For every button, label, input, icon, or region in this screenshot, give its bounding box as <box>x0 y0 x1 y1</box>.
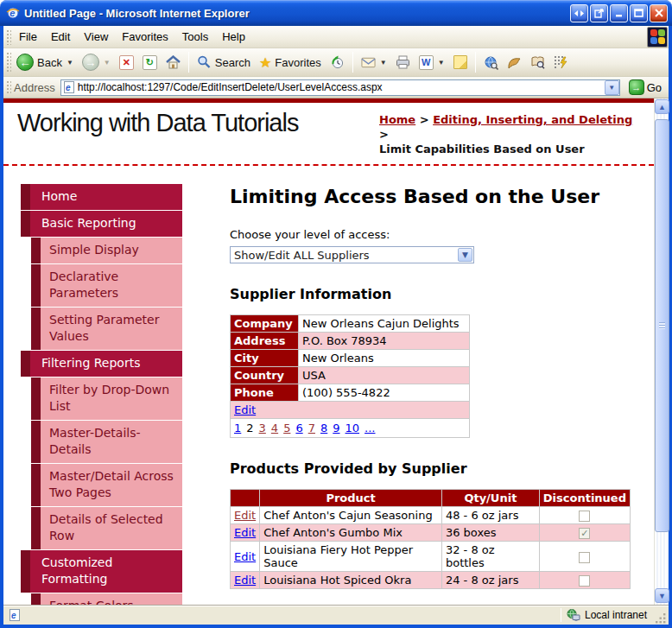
edit-with-word-button[interactable]: W ▼ <box>415 54 449 72</box>
sidebar-item-simple-display[interactable]: Simple Display <box>31 238 182 263</box>
discontinued-checkbox <box>579 511 590 522</box>
stop-button[interactable]: ✕ <box>115 54 138 72</box>
supplier-phone-value: (100) 555-4822 <box>299 384 470 402</box>
close-button[interactable] <box>650 4 668 22</box>
product-edit-link[interactable]: Edit <box>234 509 256 522</box>
pager-page-9[interactable]: 9 <box>333 422 339 435</box>
pager-page-3[interactable]: 3 <box>259 422 266 435</box>
products-section-heading: Products Provided by Supplier <box>230 460 648 477</box>
pager-page-10[interactable]: 10 <box>346 422 360 435</box>
supplier-company-value: New Orleans Cajun Delights <box>299 315 470 333</box>
research-button[interactable] <box>479 54 503 72</box>
window-popout-button[interactable] <box>590 4 608 22</box>
supplier-edit-link[interactable]: Edit <box>234 403 256 416</box>
sidebar-item-master-detail-across-two-pages[interactable]: Master/Detail Across Two Pages <box>31 464 182 506</box>
back-dropdown-icon[interactable]: ▼ <box>67 59 73 67</box>
column-product: Product <box>260 490 442 507</box>
history-button[interactable] <box>326 54 349 72</box>
access-level-label: Choose your level of access: <box>230 228 648 241</box>
table-row: Address P.O. Box 78934 <box>231 333 470 350</box>
messenger-button[interactable] <box>503 54 526 72</box>
product-edit-link[interactable]: Edit <box>234 526 256 539</box>
pager-page-4[interactable]: 4 <box>271 422 278 435</box>
address-dropdown-button[interactable]: ▼ <box>605 80 619 95</box>
vertical-scrollbar[interactable]: ▲ ▼ <box>654 98 669 605</box>
product-edit-link[interactable]: Edit <box>234 574 256 587</box>
breadcrumb-home-link[interactable]: Home <box>379 113 415 126</box>
sidebar-item-basic-reporting[interactable]: Basic Reporting <box>21 211 182 237</box>
pager-page-5[interactable]: 5 <box>283 422 290 435</box>
sidebar-item-customized-formatting[interactable]: Customized Formatting <box>21 550 182 593</box>
menu-file[interactable]: File <box>12 27 44 47</box>
mail-button[interactable]: ▼ <box>357 54 391 72</box>
standard-toolbar: ← Back ▼ → ▼ ✕ ↻ Search ★ Favorites <box>3 48 669 77</box>
maximize-button[interactable] <box>630 4 648 22</box>
supplier-details-table: Company New Orleans Cajun Delights Addre… <box>230 314 470 438</box>
sidebar-item-format-colors[interactable]: Format Colors <box>31 593 182 605</box>
resize-grip-icon[interactable] <box>656 613 667 625</box>
toolbar-grip[interactable] <box>5 29 11 45</box>
print-button[interactable] <box>391 54 415 72</box>
breadcrumb-current-page: Limit Capabilities Based on User <box>379 143 585 155</box>
note-button[interactable] <box>449 54 472 71</box>
intranet-zone-icon <box>567 608 581 623</box>
page-ie-icon: e <box>63 81 76 94</box>
menu-tools[interactable]: Tools <box>175 27 215 47</box>
refresh-button[interactable]: ↻ <box>138 54 162 72</box>
discontinued-checkbox <box>579 575 590 587</box>
window-resize-button[interactable] <box>570 4 588 22</box>
toolbar-grip[interactable] <box>5 79 11 95</box>
forward-dropdown-icon[interactable]: ▼ <box>104 59 111 67</box>
pager-page-7[interactable]: 7 <box>308 422 315 435</box>
column-qty-unit: Qty/Unit <box>441 490 539 507</box>
sidebar-item-filter-by-dropdown-list[interactable]: Filter by Drop-Down List <box>31 377 182 420</box>
sidebar-item-home[interactable]: Home <box>21 184 182 210</box>
edit-dropdown-icon[interactable]: ▼ <box>438 59 445 67</box>
toolbar-grip[interactable] <box>5 51 11 73</box>
sidebar-item-master-details-details[interactable]: Master-Details-Details <box>31 421 182 463</box>
breadcrumb-section-link[interactable]: Editing, Inserting, and Deleting <box>433 113 632 126</box>
mail-dropdown-icon[interactable]: ▼ <box>380 59 387 67</box>
menu-edit[interactable]: Edit <box>44 27 77 47</box>
sidebar-item-declarative-parameters[interactable]: Declarative Parameters <box>31 264 182 307</box>
scrollbar-thumb[interactable] <box>655 119 669 532</box>
access-level-dropdown[interactable]: Show/Edit ALL Suppliers ▼ <box>230 246 474 263</box>
chevron-down-icon[interactable]: ▼ <box>458 248 472 262</box>
book-search-button[interactable] <box>526 54 549 72</box>
discontinued-checkbox <box>579 552 590 563</box>
messenger-icon <box>507 55 522 70</box>
menu-favorites[interactable]: Favorites <box>115 27 174 47</box>
favorites-button[interactable]: ★ Favorites <box>255 53 326 73</box>
home-icon <box>166 55 181 70</box>
menu-help[interactable]: Help <box>215 27 252 47</box>
grid-bolt-icon <box>554 55 568 70</box>
page-header: Working with Data Tutorials Home > Editi… <box>3 103 654 166</box>
minimize-button[interactable] <box>610 4 628 22</box>
address-bar: Address e ▼ → Go <box>3 77 669 98</box>
menu-bar: File Edit View Favorites Tools Help <box>3 26 669 48</box>
pager-page-8[interactable]: 8 <box>320 422 327 435</box>
menu-view[interactable]: View <box>77 27 115 47</box>
supplier-city-value: New Orleans <box>299 350 470 367</box>
scroll-up-button[interactable]: ▲ <box>655 99 669 114</box>
forward-icon: → <box>82 54 99 71</box>
supplier-address-value: P.O. Box 78934 <box>299 333 470 350</box>
pager-ellipsis[interactable]: ... <box>365 422 375 435</box>
page-body: Home Basic Reporting Simple Display Decl… <box>3 166 654 605</box>
search-button[interactable]: Search <box>193 54 255 72</box>
sidebar-item-filtering-reports[interactable]: Filtering Reports <box>21 351 182 377</box>
grid-tool-button[interactable] <box>549 54 573 72</box>
home-button[interactable] <box>162 54 185 72</box>
go-button[interactable]: → Go <box>625 79 665 96</box>
scroll-down-button[interactable]: ▼ <box>655 588 669 603</box>
forward-button[interactable]: → ▼ <box>78 52 115 73</box>
pager-page-6[interactable]: 6 <box>295 422 302 435</box>
back-button[interactable]: ← Back ▼ <box>12 52 78 73</box>
breadcrumb: Home > Editing, Inserting, and Deleting … <box>379 109 645 156</box>
sidebar-item-details-of-selected-row[interactable]: Details of Selected Row <box>31 507 182 549</box>
address-input[interactable] <box>76 81 605 93</box>
product-edit-link[interactable]: Edit <box>234 550 256 563</box>
sidebar-item-setting-parameter-values[interactable]: Setting Parameter Values <box>31 308 182 350</box>
stop-icon: ✕ <box>119 55 134 70</box>
pager-page-1[interactable]: 1 <box>234 422 241 435</box>
